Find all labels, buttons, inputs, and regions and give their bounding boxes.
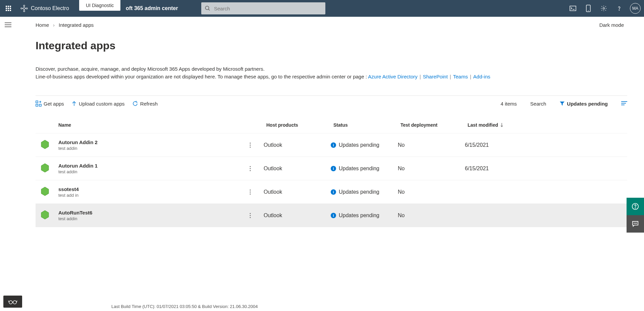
app-sub: test addin [58, 169, 234, 174]
account-avatar[interactable]: MA [630, 3, 641, 14]
info-icon: i [331, 142, 336, 148]
mobile-button[interactable] [581, 1, 596, 16]
main-content: Home › Integrated apps Dark mode Integra… [0, 20, 644, 227]
cell-host: Outlook [264, 142, 331, 148]
row-more-button[interactable] [237, 142, 264, 148]
cell-status: Updates pending [339, 166, 379, 172]
svg-point-43 [250, 213, 251, 214]
page-title: Integrated apps [36, 40, 644, 52]
floating-feedback-button[interactable] [627, 215, 644, 233]
svg-marker-30 [41, 140, 49, 149]
col-status[interactable]: Status [331, 122, 398, 128]
cell-host: Outlook [264, 212, 331, 219]
help-circle-icon [632, 203, 639, 210]
col-test[interactable]: Test deployment [398, 122, 465, 128]
chat-icon [632, 221, 639, 227]
search-icon [205, 5, 211, 11]
product-name: oft 365 admin center [126, 5, 178, 11]
search-input[interactable] [214, 6, 325, 11]
svg-marker-42 [41, 210, 49, 219]
app-hex-icon [40, 209, 50, 220]
get-apps-button[interactable]: Get apps [36, 101, 64, 107]
cell-status: Updates pending [339, 142, 379, 148]
active-filter[interactable]: Updates pending [559, 101, 608, 107]
link-teams[interactable]: Teams [453, 74, 468, 79]
row-more-button[interactable] [237, 189, 264, 195]
floating-help-button[interactable] [627, 198, 644, 215]
row-more-button[interactable] [237, 213, 264, 218]
item-count: 4 items [500, 101, 517, 107]
floating-buttons [627, 198, 644, 233]
sort-down-icon [500, 123, 503, 127]
app-launcher-button[interactable] [0, 0, 17, 17]
table-header-row: Name Host products Status Test deploymen… [36, 117, 627, 133]
svg-point-32 [250, 144, 251, 145]
header-right: MA [566, 1, 641, 16]
cell-test: No [398, 166, 465, 172]
col-modified[interactable]: Last modified [465, 122, 532, 128]
list-icon [621, 101, 627, 106]
view-options-button[interactable] [621, 101, 627, 107]
refresh-icon [132, 101, 138, 107]
svg-point-15 [603, 8, 605, 9]
refresh-button[interactable]: Refresh [132, 101, 158, 107]
svg-point-35 [250, 166, 251, 167]
ui-diagnostic-tab[interactable]: UI Diagnostic [79, 0, 120, 11]
refresh-label: Refresh [140, 101, 158, 107]
console-icon [570, 6, 576, 11]
svg-point-44 [250, 215, 251, 216]
waffle-icon [6, 6, 11, 11]
table-row[interactable]: Autorun Addin 1test addin Outlook iUpdat… [36, 157, 627, 180]
svg-point-9 [205, 6, 209, 10]
cell-host: Outlook [264, 189, 331, 195]
svg-point-51 [9, 301, 12, 304]
cell-test: No [398, 212, 465, 219]
table-row[interactable]: AutoRunTest6test addin Outlook iUpdates … [36, 204, 627, 227]
svg-point-3 [21, 8, 22, 9]
mobile-icon [586, 5, 591, 12]
apps-table: Name Host products Status Test deploymen… [36, 117, 627, 227]
build-info: Last Build Time (UTC): 01/07/2021 03:05:… [111, 304, 258, 309]
upload-icon [71, 101, 77, 107]
svg-line-10 [208, 9, 210, 10]
link-addins[interactable]: Add-ins [473, 74, 490, 79]
help-button[interactable] [612, 1, 627, 16]
global-search[interactable] [201, 2, 325, 14]
svg-point-2 [23, 10, 25, 12]
filter-label: Updates pending [567, 101, 608, 107]
more-vertical-icon [250, 213, 251, 218]
grid-plus-icon [36, 101, 42, 107]
link-aad[interactable]: Azure Active Directory [368, 74, 418, 79]
app-name: Autorun Addin 2 [58, 139, 234, 145]
cell-modified: 6/15/2021 [465, 142, 532, 148]
table-row[interactable]: Autorun Addin 2test addin Outlook iUpdat… [36, 133, 627, 157]
help-icon [616, 5, 623, 12]
toolbar-search[interactable]: Search [530, 101, 546, 107]
accessibility-button[interactable] [3, 296, 22, 308]
filter-icon [559, 101, 565, 106]
glasses-icon [8, 299, 17, 305]
app-sub: test addin [58, 146, 234, 151]
link-sharepoint[interactable]: SharePoint [423, 74, 448, 79]
col-name[interactable]: Name [56, 122, 237, 128]
svg-point-0 [23, 7, 25, 9]
upload-button[interactable]: Upload custom apps [71, 101, 125, 107]
svg-point-37 [250, 170, 251, 171]
svg-point-4 [26, 8, 28, 9]
breadcrumb-home[interactable]: Home [36, 22, 49, 28]
app-hex-icon [40, 163, 50, 173]
col-host[interactable]: Host products [264, 122, 331, 128]
cell-modified: 6/15/2021 [465, 166, 532, 172]
shell-prompt-button[interactable] [566, 1, 580, 16]
dark-mode-toggle[interactable]: Dark mode [599, 22, 624, 28]
svg-rect-22 [39, 104, 41, 106]
svg-point-36 [250, 168, 251, 169]
app-name: Autorun Addin 1 [58, 163, 234, 169]
svg-point-45 [250, 217, 251, 218]
info-icon: i [331, 213, 336, 218]
svg-point-39 [250, 189, 251, 190]
settings-button[interactable] [596, 1, 611, 16]
row-more-button[interactable] [237, 166, 264, 171]
table-row[interactable]: ssotest4test add in Outlook iUpdates pen… [36, 180, 627, 204]
svg-point-16 [619, 10, 619, 10]
